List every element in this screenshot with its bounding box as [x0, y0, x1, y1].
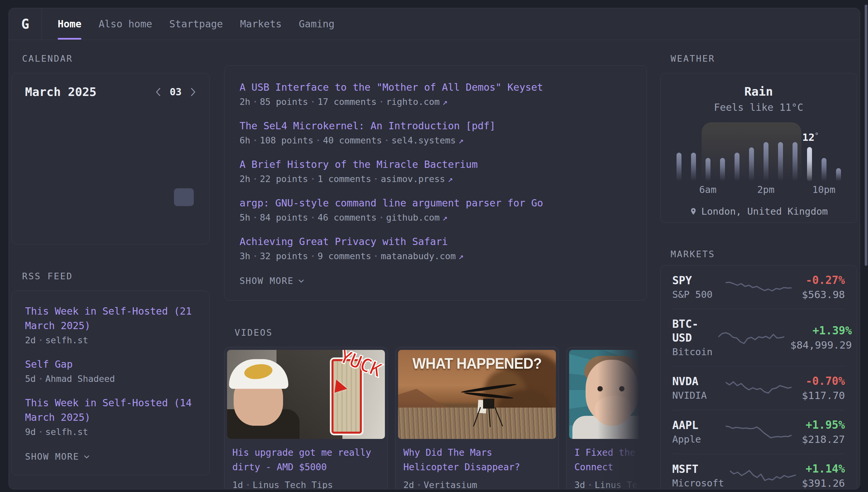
market-price: $218.27	[797, 433, 845, 445]
market-change-percent: +1.95%	[797, 418, 845, 432]
video-title[interactable]: Why Did The Mars Helicopter Disappear?	[403, 445, 551, 474]
calendar-day	[25, 129, 49, 147]
market-row[interactable]: MSFT Microsoft +1.14% $391.26	[672, 454, 845, 489]
market-row[interactable]: BTC-USD Bitcoin +1.39% $84,999.29	[672, 309, 845, 366]
hn-item-title[interactable]: The SeL4 Microkernel: An Introduction [p…	[240, 119, 631, 133]
calendar-day	[25, 208, 49, 226]
hn-item-meta: 5h 84 points 46 comments github.com ↗	[240, 212, 631, 223]
hn-item-title[interactable]: argp: GNU-style command line argument pa…	[240, 196, 631, 211]
calendar-weekday-label	[172, 112, 196, 127]
calendar-day	[98, 188, 123, 206]
market-sparkline-chart	[726, 276, 792, 297]
market-row[interactable]: NVDA NVIDIA -0.70% $117.70	[672, 366, 845, 410]
calendar-day	[147, 208, 172, 226]
weather-time-label: 2pm	[757, 184, 774, 195]
video-thumbnail: YUCK	[227, 350, 385, 439]
calendar-day	[74, 208, 98, 226]
calendar-next-month-button[interactable]	[190, 87, 196, 97]
rss-show-more-button[interactable]: SHOW MORE	[25, 451, 196, 462]
calendar-weekday-label	[74, 112, 98, 127]
rss-item-title[interactable]: This Week in Self-Hosted (21 March 2025)	[25, 304, 196, 333]
weather-hourly-chart: 12°	[677, 122, 841, 181]
weather-condition: Rain	[744, 84, 773, 99]
calendar-day	[172, 169, 196, 186]
rss-item-age: 2d	[25, 335, 36, 345]
nav-tab-home[interactable]: Home	[58, 8, 81, 40]
weather-bar	[792, 142, 797, 181]
video-channel: Veritasium	[424, 480, 477, 489]
calendar-day	[49, 228, 74, 246]
external-link-icon: ↗	[442, 213, 448, 223]
weather-feels-like: Feels like 11°C	[714, 102, 804, 113]
nav-tab-startpage[interactable]: Startpage	[169, 8, 223, 40]
calendar-prev-month-button[interactable]	[155, 87, 161, 97]
nav-tab-markets[interactable]: Markets	[240, 8, 282, 40]
hn-item-title[interactable]: A Brief History of the Miracle Bacterium	[240, 157, 631, 172]
video-meta: 2d Veritasium	[403, 480, 551, 489]
hn-show-more-button[interactable]: SHOW MORE	[240, 276, 631, 286]
hn-item-age: 2h	[240, 97, 251, 107]
hn-item-domain-link[interactable]: github.com ↗	[386, 212, 448, 223]
weather-location: London, United Kingdom	[689, 206, 828, 217]
video-thumbnail: WHAT HAPPENED?	[398, 350, 556, 439]
weather-bar	[749, 147, 754, 181]
weather-time-label: 10pm	[812, 184, 835, 195]
market-row[interactable]: SPY S&P 500 -0.27% $563.98	[672, 266, 845, 309]
calendar-day	[74, 188, 98, 206]
video-title[interactable]: His upgrade got me really dirty - AMD $5…	[232, 445, 379, 474]
rss-item-age: 9d	[25, 427, 36, 437]
market-sparkline-chart	[730, 465, 796, 486]
calendar-day	[49, 188, 74, 206]
calendar-day	[74, 149, 98, 167]
hn-item-title[interactable]: Achieving Great Privacy with Safari	[240, 235, 631, 249]
dashboard-content: CALENDAR March 2025 03 RSS	[9, 40, 860, 489]
dot-separator-icon	[317, 140, 319, 141]
hn-item-domain-link[interactable]: righto.com ↗	[386, 97, 448, 107]
video-card[interactable]: WHAT HAPPENED? Why Did The Mars Helicopt…	[395, 347, 559, 489]
feed-source-tabs	[235, 53, 647, 57]
calendar-day-selected	[174, 188, 194, 206]
rss-item: Self Gap 5d Ahmad Shadeed	[25, 357, 196, 384]
nav-tab-gaming[interactable]: Gaming	[299, 8, 335, 40]
dot-separator-icon	[380, 101, 382, 102]
app-logo[interactable]: G	[9, 8, 42, 40]
calendar-day	[49, 169, 74, 186]
hn-item-domain-link[interactable]: matanabudy.com ↗	[380, 251, 463, 261]
rss-item-title[interactable]: This Week in Self-Hosted (14 March 2025)	[25, 396, 196, 425]
top-navigation: G Home Also home Startpage Markets Gamin…	[9, 8, 860, 40]
market-sparkline-chart	[726, 377, 792, 398]
weather-bar	[821, 158, 826, 181]
hn-item-points: 85 points	[260, 97, 308, 107]
calendar-day	[147, 228, 172, 246]
market-ticker: NVDA	[672, 375, 720, 389]
page-scrollbar[interactable]	[865, 5, 867, 266]
nav-tab-also-home[interactable]: Also home	[99, 8, 152, 40]
rss-item-meta: 9d selfh.st	[25, 427, 196, 437]
hn-item-domain-link[interactable]: sel4.systems ↗	[392, 135, 464, 145]
rss-item: This Week in Self-Hosted (14 March 2025)…	[25, 396, 196, 437]
market-row[interactable]: AAPL Apple +1.95% $218.27	[672, 410, 845, 454]
calendar-day	[147, 149, 172, 167]
weather-time-axis: 6am2pm10pm	[677, 184, 841, 196]
dot-separator-icon	[312, 101, 314, 102]
hn-item-meta: 3h 32 points 9 comments matanabudy.com ↗	[240, 251, 631, 261]
hn-item-title[interactable]: A USB Interface to the "Mother of All De…	[240, 80, 631, 95]
calendar-day	[98, 228, 123, 246]
video-title[interactable]: I Fixed the 5 Power Connect	[574, 445, 647, 474]
markets-widget: SPY S&P 500 -0.27% $563.98 BTC-USD Bitco…	[660, 265, 857, 489]
weather-bar	[764, 142, 768, 181]
chevron-down-icon	[297, 277, 305, 285]
hn-item-domain-link[interactable]: asimov.press ↗	[380, 174, 453, 184]
hn-item: The SeL4 Microkernel: An Introduction [p…	[240, 119, 631, 145]
market-ticker: BTC-USD	[672, 317, 712, 345]
calendar-day	[98, 149, 123, 167]
hn-item-age: 5h	[240, 212, 251, 223]
video-card[interactable]: DO TH T I Fixed the 5 Power Connect 3d L…	[566, 347, 647, 489]
active-tab-underline	[58, 38, 81, 40]
rss-item-title[interactable]: Self Gap	[25, 357, 196, 372]
external-link-icon: ↗	[442, 97, 448, 107]
hn-item-meta: 2h 85 points 17 comments righto.com ↗	[240, 97, 631, 107]
calendar-day	[172, 208, 196, 226]
video-card[interactable]: YUCK His upgrade got me really dirty - A…	[224, 347, 388, 489]
dot-separator-icon	[40, 378, 42, 379]
